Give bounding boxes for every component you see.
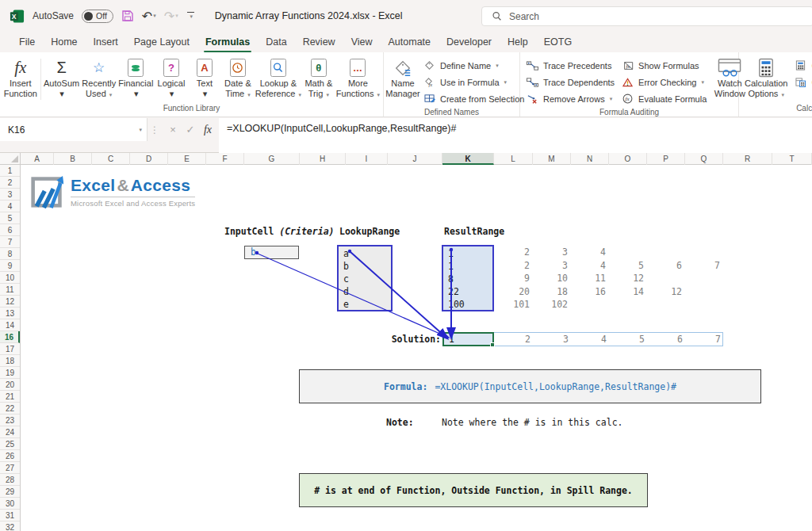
column-header[interactable]: P <box>647 153 685 165</box>
result-cell[interactable]: 1 <box>448 247 492 260</box>
matrix-cell[interactable] <box>610 298 648 311</box>
matrix-cell[interactable]: 2 <box>496 259 534 273</box>
select-all-corner[interactable] <box>0 153 21 164</box>
calculate-now-button[interactable]: Ca <box>791 57 812 74</box>
error-checking-button[interactable]: Error Checking ▾ <box>618 74 710 90</box>
matrix-cell[interactable]: 4 <box>572 259 610 273</box>
result-cell[interactable]: 22 <box>448 285 492 298</box>
result-cell[interactable]: 1 <box>448 260 492 273</box>
financial-button[interactable]: Financial ▾ <box>117 55 155 98</box>
name-box[interactable]: K16 ▾ <box>0 118 147 141</box>
formula-input[interactable]: =XLOOKUP(InputCell,LookupRange,ResultRan… <box>219 118 812 153</box>
row-header[interactable]: 30 <box>0 498 20 510</box>
matrix-cell[interactable]: 3 <box>534 246 572 259</box>
matrix-cell[interactable] <box>648 298 686 311</box>
ribbon-tab[interactable]: Page Layout <box>126 32 197 52</box>
input-cell-heading[interactable]: InputCell (Criteria) <box>224 226 335 237</box>
row-header[interactable]: 11 <box>0 284 20 296</box>
matrix-cell[interactable]: 11 <box>572 272 610 285</box>
define-name-button[interactable]: Define Name ▾ <box>419 57 527 74</box>
column-header[interactable]: Q <box>685 153 723 165</box>
insert-function-button[interactable]: fx Insert Function <box>2 55 39 98</box>
row-header[interactable]: 23 <box>0 414 20 426</box>
matrix-cell[interactable] <box>610 246 648 259</box>
row-header[interactable]: 14 <box>0 319 20 331</box>
row-header[interactable]: 27 <box>0 462 20 474</box>
matrix-cell[interactable]: 101 <box>496 298 534 311</box>
matrix-cell[interactable]: 5 <box>610 259 648 273</box>
row-header[interactable]: 24 <box>0 426 20 438</box>
matrix-cell[interactable] <box>648 272 686 285</box>
column-header[interactable]: O <box>609 153 647 165</box>
column-header[interactable]: A <box>21 153 54 165</box>
column-header[interactable]: K <box>442 153 494 165</box>
ribbon-tab[interactable]: Home <box>43 32 85 52</box>
matrix-cell[interactable] <box>686 298 724 311</box>
matrix-cell[interactable]: 10 <box>534 272 572 285</box>
evaluate-formula-button[interactable]: fx Evaluate Formula <box>618 90 710 107</box>
column-header[interactable]: B <box>54 153 92 165</box>
row-header[interactable]: 25 <box>0 438 20 450</box>
cancel-entry-button[interactable]: × <box>165 124 181 136</box>
solution-label[interactable]: Solution: <box>381 334 441 345</box>
lookup-range-box[interactable]: abcde <box>337 245 393 311</box>
math-trig-button[interactable]: θ Math & Trig ▾ <box>302 55 335 100</box>
column-header[interactable]: T <box>772 153 812 165</box>
row-header[interactable]: 9 <box>0 260 20 272</box>
matrix-cell[interactable]: 3 <box>534 259 572 273</box>
column-header[interactable]: M <box>533 153 571 165</box>
row-header[interactable]: 3 <box>0 189 20 201</box>
ribbon-tab[interactable]: Formulas <box>197 32 258 52</box>
undo-button[interactable]: ↶▾ <box>142 9 156 24</box>
column-header[interactable]: L <box>494 153 533 165</box>
row-header[interactable]: 6 <box>0 224 20 236</box>
row-header[interactable]: 7 <box>0 236 20 248</box>
result-range-box[interactable]: 11822100 <box>442 245 494 311</box>
row-header[interactable]: 20 <box>0 379 20 391</box>
matrix-cell[interactable]: 2 <box>496 246 534 259</box>
save-button[interactable] <box>121 10 134 22</box>
column-header[interactable]: I <box>346 153 388 165</box>
row-header[interactable]: 28 <box>0 474 20 486</box>
lookup-range-heading[interactable]: LookupRange <box>339 226 400 237</box>
input-cell[interactable]: b <box>244 246 299 259</box>
column-header[interactable]: N <box>571 153 609 165</box>
ribbon-tab[interactable]: File <box>11 32 43 52</box>
matrix-cell[interactable]: 102 <box>534 298 572 311</box>
row-header[interactable]: 18 <box>0 355 20 367</box>
ribbon-tab[interactable]: Insert <box>86 32 126 52</box>
row-header[interactable]: 5 <box>0 212 20 224</box>
ribbon-tab[interactable]: EOTG <box>536 32 580 52</box>
row-header[interactable]: 17 <box>0 343 20 355</box>
matrix-cell[interactable]: 14 <box>610 285 648 299</box>
result-range-heading[interactable]: ResultRange <box>444 226 504 237</box>
spill-cell[interactable]: 4 <box>570 334 607 346</box>
column-header[interactable]: R <box>723 153 772 165</box>
column-header[interactable]: F <box>206 153 244 165</box>
row-header[interactable]: 26 <box>0 450 20 462</box>
insert-function-fx-button[interactable]: fx <box>200 124 216 136</box>
ribbon-tab[interactable]: View <box>343 32 381 52</box>
use-in-formula-button[interactable]: fx Use in Formula ▾ <box>419 74 527 90</box>
matrix-cell[interactable] <box>686 246 724 259</box>
column-header[interactable]: H <box>300 153 346 165</box>
create-from-selection-button[interactable]: Create from Selection <box>419 90 527 107</box>
row-header[interactable]: 22 <box>0 403 20 414</box>
column-header[interactable]: D <box>130 153 168 165</box>
row-header[interactable]: 4 <box>0 201 20 212</box>
matrix-cell[interactable]: 20 <box>496 285 534 299</box>
lookup-reference-button[interactable]: Lookup & Reference ▾ <box>255 55 302 100</box>
row-header[interactable]: 1 <box>0 165 20 177</box>
autosum-button[interactable]: Σ AutoSum ▾ <box>42 55 80 98</box>
row-header[interactable]: 16 <box>0 331 20 343</box>
column-header[interactable]: E <box>168 153 206 165</box>
ribbon-tab[interactable]: Review <box>295 32 343 52</box>
matrix-cell[interactable] <box>572 298 610 311</box>
show-formulas-button[interactable]: fx Show Formulas <box>618 57 710 74</box>
ribbon-tab[interactable]: Help <box>500 32 536 52</box>
confirm-entry-button[interactable]: ✓ <box>182 124 198 136</box>
matrix-cell[interactable] <box>686 272 724 285</box>
matrix-cell[interactable]: 4 <box>572 246 610 259</box>
matrix-cell[interactable]: 12 <box>648 285 686 299</box>
result-cell[interactable]: 8 <box>448 273 492 285</box>
